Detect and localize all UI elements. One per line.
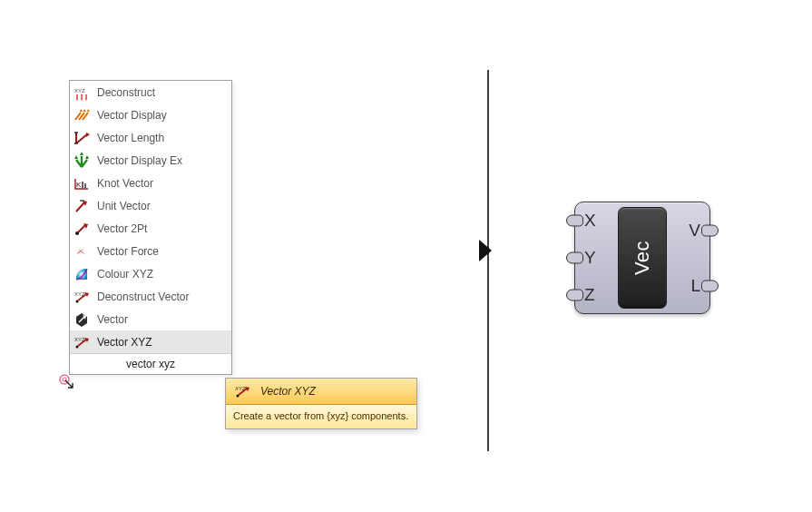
vector-xyz-component[interactable]: X Y Z Vec V L — [574, 202, 710, 314]
arrow-right-icon — [479, 240, 492, 261]
svg-text:XYZ: XYZ — [74, 88, 85, 94]
output-ports: V L — [668, 202, 709, 313]
output-port-v[interactable]: V — [689, 202, 700, 258]
tooltip-title: Vector XYZ — [260, 385, 316, 398]
port-label: Y — [584, 248, 596, 268]
port-grip-icon[interactable] — [701, 224, 719, 236]
vector-xyz-icon: XYZ — [233, 382, 251, 400]
menu-item-label: Vector Display — [97, 109, 226, 122]
menu-item-vector-xyz[interactable]: XYZ Vector XYZ — [70, 330, 231, 353]
svg-point-11 — [63, 378, 66, 381]
vector-display-icon — [73, 107, 90, 123]
tooltip-header: XYZ Vector XYZ — [226, 379, 416, 405]
menu-item-label: Knot Vector — [97, 177, 226, 190]
component-core[interactable]: Vec — [618, 207, 667, 309]
port-grip-icon[interactable] — [566, 215, 583, 227]
deconstruct-vector-icon: XYZ — [73, 289, 90, 305]
unit-vector-icon — [73, 198, 90, 214]
menu-item-label: Unit Vector — [97, 200, 226, 212]
vector-display-ex-icon — [73, 153, 90, 169]
svg-point-10 — [60, 375, 69, 384]
menu-item-label: Vector — [97, 313, 226, 326]
input-port-y[interactable]: Y — [584, 240, 617, 277]
port-grip-icon[interactable] — [566, 252, 583, 264]
vector-xyz-icon: XYZ — [73, 334, 90, 350]
port-label: X — [584, 211, 596, 231]
menu-item-deconstruct-vector[interactable]: XYZ Deconstruct Vector — [70, 285, 231, 308]
deconstruct-icon: XYZ — [73, 84, 90, 101]
port-label: L — [690, 276, 700, 296]
svg-text:K: K — [76, 181, 82, 189]
menu-item-label: Vector XYZ — [97, 336, 226, 349]
vector-icon — [73, 311, 90, 328]
port-label: Z — [584, 285, 595, 305]
component-search-menu: XYZ Deconstruct Vector Display — [69, 80, 232, 375]
output-port-l[interactable]: L — [690, 258, 700, 313]
menu-item-unit-vector[interactable]: Unit Vector — [70, 194, 231, 217]
input-port-x[interactable]: X — [584, 202, 617, 240]
component-name: Vec — [631, 241, 654, 275]
knot-vector-icon: K — [73, 175, 90, 192]
menu-item-deconstruct[interactable]: XYZ Deconstruct — [70, 81, 231, 103]
menu-item-vector-length[interactable]: Vector Length — [70, 126, 231, 149]
port-grip-icon[interactable] — [566, 289, 583, 300]
vector-2pt-icon — [73, 221, 90, 237]
component-tooltip: XYZ Vector XYZ Create a vector from {xyz… — [225, 378, 417, 429]
input-ports: X Y Z — [575, 202, 617, 313]
menu-item-vector[interactable]: Vector — [70, 308, 231, 330]
menu-item-label: Vector Length — [97, 132, 226, 144]
menu-item-vector-2pt[interactable]: Vector 2Pt — [70, 217, 231, 240]
menu-item-label: Vector Display Ex — [97, 154, 226, 167]
vector-length-icon — [73, 130, 90, 146]
menu-item-knot-vector[interactable]: K Knot Vector — [70, 172, 231, 194]
tooltip-description: Create a vector from {xyz} components. — [226, 405, 416, 428]
menu-item-label: Vector 2Pt — [97, 222, 226, 235]
menu-item-label: Vector Force — [97, 245, 226, 258]
input-port-z[interactable]: Z — [584, 276, 617, 313]
vector-force-icon — [73, 243, 90, 260]
menu-item-vector-display-ex[interactable]: Vector Display Ex — [70, 149, 231, 172]
colour-xyz-icon — [73, 266, 90, 282]
menu-item-label: Deconstruct — [97, 86, 226, 99]
search-input[interactable] — [70, 353, 231, 374]
port-label: V — [689, 221, 700, 241]
menu-item-colour-xyz[interactable]: Colour XYZ — [70, 262, 231, 285]
canvas-cursor-icon — [57, 372, 75, 390]
menu-item-vector-force[interactable]: Vector Force — [70, 240, 231, 262]
port-grip-icon[interactable] — [701, 280, 719, 291]
menu-item-vector-display[interactable]: Vector Display — [70, 103, 231, 126]
menu-item-label: Colour XYZ — [97, 268, 226, 281]
search-row — [70, 353, 231, 374]
menu-item-label: Deconstruct Vector — [97, 290, 226, 303]
